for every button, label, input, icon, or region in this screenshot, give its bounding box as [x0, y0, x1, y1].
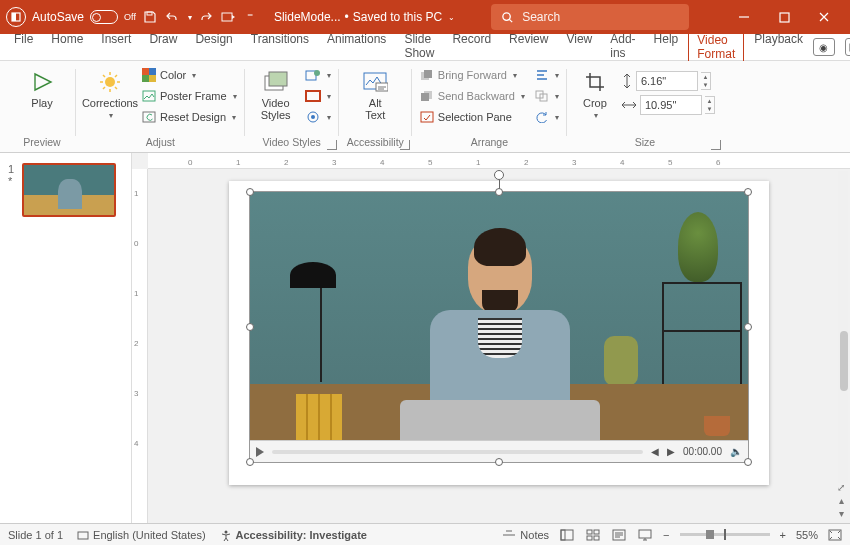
video-object[interactable]: ◀ ▶ 00:00.00 🔈 [249, 191, 749, 463]
resize-handle[interactable] [744, 323, 752, 331]
svg-rect-9 [142, 68, 149, 75]
svg-rect-19 [306, 91, 320, 101]
corrections-button[interactable]: Corrections ▾ [84, 65, 136, 120]
accessibility-dialog-launcher[interactable] [400, 140, 410, 150]
redo-icon[interactable] [198, 9, 214, 25]
resize-handle[interactable] [495, 188, 503, 196]
video-effects-button[interactable]: ▾ [305, 107, 331, 127]
resize-handle[interactable] [495, 458, 503, 466]
width-input[interactable]: 10.95" [640, 95, 702, 115]
rotate-button[interactable]: ▾ [535, 107, 559, 127]
crop-button[interactable]: Crop ▾ [575, 65, 615, 120]
height-spinner[interactable]: ▲▼ [701, 72, 711, 90]
video-mute-icon[interactable]: 🔈 [730, 446, 742, 457]
notes-button[interactable]: Notes [502, 529, 549, 541]
svg-rect-3 [222, 13, 232, 21]
video-step-forward-icon[interactable]: ▶ [667, 446, 675, 457]
resize-handle[interactable] [246, 458, 254, 466]
save-icon[interactable] [142, 9, 158, 25]
slide-thumbnail[interactable] [22, 163, 116, 217]
align-button[interactable]: ▾ [535, 65, 559, 85]
video-styles-icon [263, 69, 289, 95]
lang-indicator[interactable]: English (United States) [77, 529, 206, 541]
video-border-button[interactable]: ▾ [305, 86, 331, 106]
resize-handle[interactable] [744, 458, 752, 466]
fit-icon[interactable]: ⤢ [837, 482, 845, 493]
accessibility-status[interactable]: Accessibility: Investigate [220, 529, 367, 541]
video-step-back-icon[interactable]: ◀ [651, 446, 659, 457]
undo-icon[interactable] [164, 9, 180, 25]
slide-indicator[interactable]: Slide 1 of 1 [8, 529, 63, 541]
height-input[interactable]: 6.16" [636, 71, 698, 91]
send-backward-button: Send Backward▾ [420, 86, 525, 106]
rotate-icon [535, 111, 549, 123]
group-preview: Play Preview [8, 63, 76, 152]
vertical-scrollbar[interactable] [838, 171, 848, 483]
rotate-handle[interactable] [494, 170, 504, 180]
video-play-icon[interactable] [256, 447, 264, 457]
poster-frame-icon [142, 89, 156, 103]
fit-to-window-icon[interactable] [828, 529, 842, 541]
brightness-icon [97, 69, 123, 95]
ribbon-tabs: FileHomeInsertDrawDesignTransitionsAnima… [0, 34, 850, 61]
play-icon [29, 69, 55, 95]
camera-icon[interactable] [845, 38, 850, 56]
slide-panel[interactable]: 1 * [0, 153, 132, 523]
width-spinner[interactable]: ▲▼ [705, 96, 715, 114]
svg-rect-34 [561, 530, 565, 540]
autosave-label: AutoSave [32, 10, 84, 24]
video-shape-button[interactable]: ▾ [305, 65, 331, 85]
color-button[interactable]: Color▾ [142, 65, 237, 85]
align-icon [535, 69, 549, 81]
document-title[interactable]: SlideMode... • Saved to this PC ⌄ [274, 10, 455, 24]
color-icon [142, 68, 156, 82]
autosave-toggle[interactable]: AutoSave Off [32, 10, 136, 24]
video-scrubber[interactable] [272, 450, 643, 454]
svg-point-32 [224, 530, 227, 533]
border-icon [305, 89, 321, 103]
svg-rect-5 [780, 13, 789, 22]
svg-rect-31 [78, 532, 88, 539]
recording-indicator-icon[interactable]: ◉ [813, 38, 835, 56]
selection-pane-button[interactable]: Selection Pane [420, 107, 525, 127]
svg-rect-33 [561, 530, 573, 540]
svg-rect-35 [587, 530, 592, 534]
svg-point-18 [314, 70, 320, 76]
size-dialog-launcher[interactable] [711, 140, 721, 150]
group-button: ▾ [535, 86, 559, 106]
video-styles-button[interactable]: Video Styles [253, 65, 299, 121]
video-preview [250, 192, 748, 440]
send-backward-icon [420, 89, 434, 103]
zoom-level[interactable]: 55% [796, 529, 818, 541]
play-button[interactable]: Play [16, 65, 68, 109]
resize-handle[interactable] [246, 188, 254, 196]
svg-rect-12 [149, 75, 156, 82]
resize-handle[interactable] [246, 323, 254, 331]
qat-overflow-icon[interactable]: ⁼ [242, 9, 258, 25]
prev-slide-icon[interactable]: ▴ [839, 495, 844, 506]
search-input[interactable]: Search [491, 4, 689, 30]
next-slide-icon[interactable]: ▾ [839, 508, 844, 519]
svg-point-8 [105, 77, 115, 87]
autosave-state: Off [124, 12, 136, 22]
status-bar: Slide 1 of 1 English (United States) Acc… [0, 523, 850, 545]
reading-view-icon[interactable] [611, 528, 627, 542]
reset-design-button[interactable]: Reset Design▾ [142, 107, 237, 127]
video-styles-dialog-launcher[interactable] [327, 140, 337, 150]
width-icon [621, 99, 637, 111]
shape-icon [305, 68, 321, 82]
poster-frame-button[interactable]: Poster Frame▾ [142, 86, 237, 106]
alt-text-button[interactable]: Alt Text [354, 65, 396, 121]
zoom-out-button[interactable]: − [663, 529, 669, 541]
slide-canvas[interactable]: ◀ ▶ 00:00.00 🔈 [229, 181, 769, 485]
slideshow-view-icon[interactable] [637, 528, 653, 542]
start-from-beginning-icon[interactable] [220, 9, 236, 25]
zoom-slider[interactable] [680, 533, 770, 536]
svg-rect-28 [421, 112, 433, 122]
effects-icon [305, 110, 321, 124]
resize-handle[interactable] [744, 188, 752, 196]
sorter-view-icon[interactable] [585, 528, 601, 542]
zoom-in-button[interactable]: + [780, 529, 786, 541]
ribbon: Play Preview Corrections ▾ Color▾ Poster… [0, 61, 850, 153]
normal-view-icon[interactable] [559, 528, 575, 542]
